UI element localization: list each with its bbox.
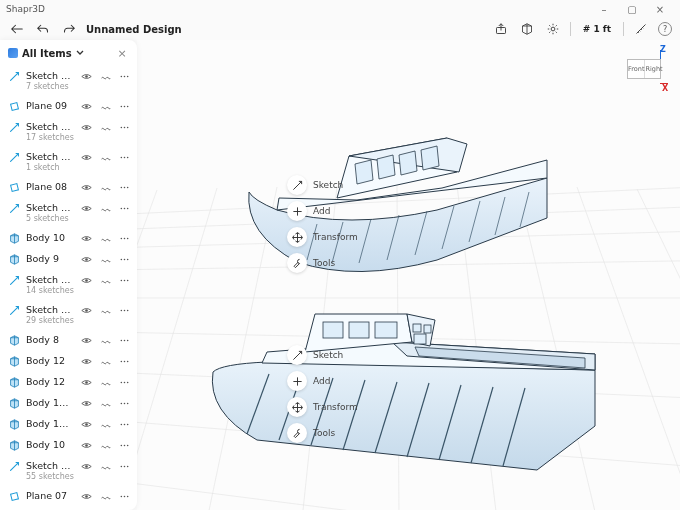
item-more-button[interactable] xyxy=(118,232,131,245)
document-title[interactable]: Unnamed Design xyxy=(86,24,182,35)
visibility-toggle[interactable] xyxy=(80,334,93,347)
visibility-toggle[interactable] xyxy=(80,274,93,287)
units-toggle[interactable]: # 1 ft xyxy=(579,24,615,34)
transform-button[interactable] xyxy=(287,227,307,247)
section-toggle[interactable] xyxy=(99,232,112,245)
item-more-button[interactable] xyxy=(118,181,131,194)
section-toggle[interactable] xyxy=(99,70,112,83)
visibility-toggle[interactable] xyxy=(80,460,93,473)
section-toggle[interactable] xyxy=(99,304,112,317)
section-toggle[interactable] xyxy=(99,490,112,503)
item-row[interactable]: Sketch plane 4717 sketches xyxy=(0,117,137,147)
display-mode-button[interactable] xyxy=(518,20,536,38)
section-toggle[interactable] xyxy=(99,121,112,134)
section-toggle[interactable] xyxy=(99,334,112,347)
item-more-button[interactable] xyxy=(118,334,131,347)
item-more-button[interactable] xyxy=(118,274,131,287)
add-button[interactable] xyxy=(287,201,307,221)
sketch-button-2[interactable] xyxy=(287,345,307,365)
visibility-toggle[interactable] xyxy=(80,70,93,83)
window-minimize-button[interactable]: – xyxy=(590,4,618,15)
view-cube-face[interactable]: Front Right xyxy=(627,59,661,79)
visibility-toggle[interactable] xyxy=(80,121,93,134)
item-more-button[interactable] xyxy=(118,439,131,452)
item-more-button[interactable] xyxy=(118,304,131,317)
view-cube[interactable]: Z X Front Right xyxy=(620,48,668,90)
visibility-toggle[interactable] xyxy=(80,490,93,503)
item-more-button[interactable] xyxy=(118,70,131,83)
view-cube-right[interactable]: Right xyxy=(645,60,662,78)
settings-button[interactable] xyxy=(544,20,562,38)
visibility-toggle[interactable] xyxy=(80,397,93,410)
item-row[interactable]: Body 16 (1) xyxy=(0,414,137,435)
visibility-toggle[interactable] xyxy=(80,253,93,266)
visibility-toggle[interactable] xyxy=(80,232,93,245)
visibility-toggle[interactable] xyxy=(80,100,93,113)
3d-viewport[interactable]: Sketch Add Transform Tools Sketch Add Tr… xyxy=(137,40,680,510)
help-button[interactable]: ? xyxy=(658,22,672,36)
tools-button[interactable] xyxy=(287,253,307,273)
section-toggle[interactable] xyxy=(99,181,112,194)
visibility-toggle[interactable] xyxy=(80,202,93,215)
tools-button-2[interactable] xyxy=(287,423,307,443)
item-more-button[interactable] xyxy=(118,151,131,164)
item-more-button[interactable] xyxy=(118,418,131,431)
visibility-toggle[interactable] xyxy=(80,418,93,431)
item-row[interactable]: Sketch plane 43 (2)14 sketches xyxy=(0,270,137,300)
visibility-toggle[interactable] xyxy=(80,439,93,452)
item-more-button[interactable] xyxy=(118,460,131,473)
section-toggle[interactable] xyxy=(99,274,112,287)
window-close-button[interactable]: × xyxy=(646,4,674,15)
item-row[interactable]: Sketch plane 455 sketches xyxy=(0,198,137,228)
item-row[interactable]: Plane 09 xyxy=(0,96,137,117)
visibility-toggle[interactable] xyxy=(80,181,93,194)
redo-button[interactable] xyxy=(60,20,78,38)
undo-button[interactable] xyxy=(34,20,52,38)
item-row[interactable]: Body 8 xyxy=(0,330,137,351)
section-toggle[interactable] xyxy=(99,151,112,164)
visibility-toggle[interactable] xyxy=(80,151,93,164)
item-more-button[interactable] xyxy=(118,490,131,503)
item-row[interactable]: Sketch plane 487 sketches xyxy=(0,66,137,96)
sketch-button[interactable] xyxy=(287,175,307,195)
item-more-button[interactable] xyxy=(118,397,131,410)
item-more-button[interactable] xyxy=(118,355,131,368)
section-toggle[interactable] xyxy=(99,418,112,431)
back-button[interactable] xyxy=(8,20,26,38)
item-more-button[interactable] xyxy=(118,100,131,113)
add-button-2[interactable] xyxy=(287,371,307,391)
item-more-button[interactable] xyxy=(118,376,131,389)
section-toggle[interactable] xyxy=(99,253,112,266)
section-toggle[interactable] xyxy=(99,202,112,215)
visibility-toggle[interactable] xyxy=(80,304,93,317)
measure-button[interactable] xyxy=(632,20,650,38)
view-cube-front[interactable]: Front xyxy=(628,60,645,78)
transform-button-2[interactable] xyxy=(287,397,307,417)
item-row[interactable]: Body 10 xyxy=(0,228,137,249)
item-more-button[interactable] xyxy=(118,202,131,215)
item-row[interactable]: Sketch plane 4329 sketches xyxy=(0,300,137,330)
section-toggle[interactable] xyxy=(99,439,112,452)
item-row[interactable]: Body 10 xyxy=(0,435,137,456)
sidebar-close-button[interactable]: × xyxy=(115,46,129,60)
section-toggle[interactable] xyxy=(99,397,112,410)
item-row[interactable]: Sketch plane 461 sketch xyxy=(0,147,137,177)
item-row[interactable]: Body 12 xyxy=(0,351,137,372)
items-dropdown[interactable]: All Items xyxy=(8,48,84,59)
section-toggle[interactable] xyxy=(99,376,112,389)
item-row[interactable]: Body 11 (1) xyxy=(0,393,137,414)
section-toggle[interactable] xyxy=(99,460,112,473)
item-row[interactable]: Body 12 xyxy=(0,372,137,393)
export-button[interactable] xyxy=(492,20,510,38)
item-more-button[interactable] xyxy=(118,253,131,266)
item-more-button[interactable] xyxy=(118,121,131,134)
item-row[interactable]: Body 9 xyxy=(0,249,137,270)
visibility-toggle[interactable] xyxy=(80,376,93,389)
item-row[interactable]: Plane 07 xyxy=(0,486,137,507)
section-toggle[interactable] xyxy=(99,355,112,368)
visibility-toggle[interactable] xyxy=(80,355,93,368)
section-toggle[interactable] xyxy=(99,100,112,113)
window-maximize-button[interactable]: ▢ xyxy=(618,4,646,15)
item-row[interactable]: Sketch plane 3855 sketches xyxy=(0,456,137,486)
item-row[interactable]: Plane 08 xyxy=(0,177,137,198)
